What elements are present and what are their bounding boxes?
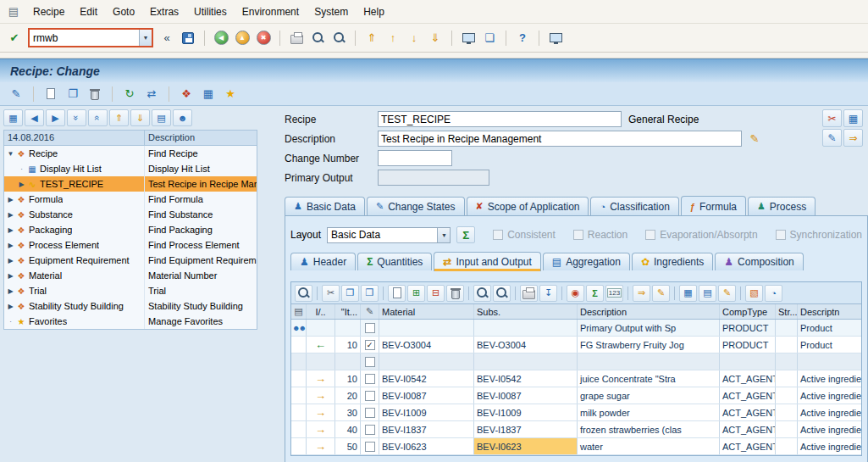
back-icon[interactable]: ◀ [212,29,230,47]
str-cell[interactable] [776,421,798,437]
tree-item-trial[interactable]: ▶❖Trial Trial [4,283,257,298]
description-cell[interactable]: FG Strawberry Fruity Jog [578,337,720,353]
substance-cell[interactable]: BEV-I1009 [474,404,578,420]
form-view-icon[interactable]: ▤ [699,285,716,302]
material-cell[interactable]: BEV-I1009 [379,404,474,420]
tree-item-stability-study[interactable]: ▶❖Stability Study Building Stability Stu… [4,298,257,314]
expander-icon[interactable]: ▶ [6,211,15,219]
subtab-composition[interactable]: ♟Composition [715,253,803,270]
tree-item-process-element[interactable]: ▶❖Process Element Find Process Element [4,237,257,253]
description-cell[interactable]: milk powder [578,404,720,420]
comptype-cell[interactable]: PRODUCT [720,337,776,353]
synchronization-checkbox[interactable] [776,230,786,240]
descriptn-cell[interactable]: Active ingredient [798,421,861,437]
workspace-icon[interactable]: ▦ [3,109,23,126]
row-checkbox[interactable] [365,374,375,384]
chevron-down-icon[interactable]: ▼ [437,228,450,242]
search-objects-icon[interactable]: ▦ [843,109,863,127]
exit-icon[interactable]: ▲ [233,29,252,47]
change-number-input[interactable] [378,150,452,166]
hierarchy-icon[interactable]: ❖ [177,85,196,103]
row-selector[interactable] [291,387,307,404]
nav-back-icon[interactable]: ◀ [25,109,44,126]
descriptn-cell[interactable]: Active ingredient [798,438,861,454]
nav-forward-icon[interactable]: ▶ [46,109,65,126]
row-checkbox[interactable] [365,442,375,452]
create-icon[interactable] [41,85,60,103]
subtab-header[interactable]: ♟Header [290,253,356,270]
tab-change-states[interactable]: ✎Change States [367,197,465,215]
substance-cell[interactable]: BEV-I1837 [474,421,578,437]
sum-icon[interactable]: Σ [456,226,475,243]
detail-view-icon[interactable] [295,285,312,302]
recipe-input[interactable] [378,111,622,127]
table-row-separator[interactable] [291,353,861,370]
description-cell[interactable]: frozen strawberries (clas [578,421,720,437]
evaporation-checkbox[interactable] [645,230,655,240]
material-cell[interactable]: BEV-I0087 [379,387,474,404]
row-selector[interactable] [291,421,307,437]
material-cell[interactable]: BEV-I1837 [379,421,474,437]
copy-icon[interactable]: ❐ [341,285,359,302]
expander-icon[interactable]: ▶ [6,226,15,234]
previous-page-icon[interactable]: ↑ [384,29,402,47]
subtab-quantities[interactable]: ΣQuantities [357,253,432,270]
configure-columns-icon[interactable]: ✎ [718,285,736,302]
create-shortcut-icon[interactable]: ❏ [480,29,499,47]
delete-icon[interactable] [86,85,104,103]
command-input[interactable] [30,32,139,44]
row-selector[interactable] [291,370,307,387]
layout-select[interactable]: Basic Data ▼ [327,227,451,243]
row-checkbox[interactable] [365,425,375,435]
transfer-icon[interactable]: ⇒ [633,285,650,302]
substance-cell[interactable]: BEV-I0542 [474,370,578,387]
hit-list-icon[interactable]: ▤ [152,109,171,126]
tree-item-test-recipe[interactable]: ▶∿TEST_RECIPE Test Recipe in Recipe Mana… [4,176,257,192]
command-field[interactable]: ▼ [28,28,153,47]
row-checkbox[interactable] [365,323,375,333]
col-description[interactable]: Description [578,304,720,319]
reaction-checkbox[interactable] [573,230,583,240]
toggle-display-change-icon[interactable]: ✎ [822,129,842,147]
row-selector[interactable] [291,337,307,353]
tree-item-formula[interactable]: ▶❖Formula Find Formula [4,192,257,207]
collapse-icon[interactable]: « [158,29,176,47]
grid-view-icon[interactable]: ▦ [679,285,697,302]
tree-header-description[interactable]: Description [145,131,257,145]
legend-icon[interactable]: ▧ [745,285,763,302]
tree-item-display-hit-list[interactable]: ·▦Display Hit List Display Hit List [4,161,257,176]
str-cell[interactable] [776,404,798,420]
calculate-icon[interactable]: 123 [605,285,623,302]
col-descriptn[interactable]: Descriptn [798,304,861,319]
menu-environment[interactable]: Environment [235,3,307,21]
row-selector[interactable] [291,404,307,420]
table-row[interactable]: ← 10 ✓ BEV-O3004 BEV-O3004 FG Strawberry… [291,337,861,353]
tab-scope-of-application[interactable]: ✘Scope of Application [467,197,589,215]
menu-help[interactable]: Help [356,3,392,21]
new-session-icon[interactable] [459,29,478,47]
descriptn-cell[interactable]: Active ingredient [798,370,861,387]
col-edit[interactable]: ✎ [361,304,379,319]
delete-line-icon[interactable] [446,285,464,302]
tree-item-favorites[interactable]: ·★Favorites Manage Favorites [4,314,257,329]
tree-item-packaging[interactable]: ▶❖Packaging Find Packaging [4,222,257,237]
scroll-bottom-icon[interactable]: ⇓ [130,109,150,126]
material-cell[interactable]: BEV-I0542 [379,370,474,387]
system-menu-icon[interactable]: ▤ [5,5,22,18]
col-item[interactable]: "It... [335,304,361,319]
description-cell[interactable]: grape sugar [578,387,720,404]
menu-edit[interactable]: Edit [72,3,105,21]
compare-icon[interactable]: ⇄ [142,85,161,103]
export-icon[interactable]: ↧ [539,285,557,302]
menu-extras[interactable]: Extras [142,3,186,21]
remove-worklist-icon[interactable]: ✂ [822,109,842,127]
first-page-icon[interactable]: ⇑ [362,29,381,47]
menu-goto[interactable]: Goto [105,3,142,21]
row-checkbox[interactable] [365,408,375,418]
new-line-icon[interactable] [388,285,406,302]
comptype-cell[interactable]: ACT_AGENT [720,404,776,420]
comptype-cell[interactable]: ACT_AGENT [720,438,776,454]
settings-icon[interactable]: ⇒ [843,129,863,147]
table-row[interactable]: ☻☻ Primary Output with Sp PRODUCT Produc… [291,320,861,337]
descriptn-cell[interactable]: Active ingredient [798,387,861,404]
